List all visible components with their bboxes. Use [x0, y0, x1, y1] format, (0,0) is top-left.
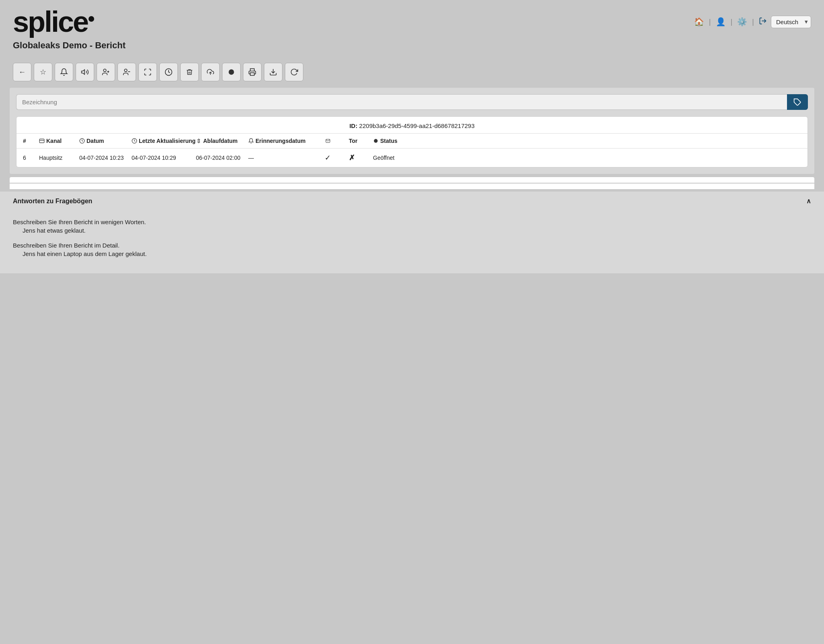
spacer-1: [0, 174, 824, 177]
col-header-num: #: [23, 138, 39, 144]
logo-dot: [89, 16, 94, 22]
back-button[interactable]: ←: [13, 63, 31, 81]
col-header-status-label: Status: [380, 138, 398, 144]
col-header-email: [325, 138, 349, 143]
questionnaire-section-header[interactable]: Antworten zu Fragebögen ∧: [0, 192, 824, 211]
svg-rect-13: [39, 139, 44, 142]
page-title: Globaleaks Demo - Bericht: [0, 40, 824, 58]
white-bar-bottom: [10, 184, 814, 189]
add-user-button[interactable]: [97, 63, 115, 81]
question-1: Beschreiben Sie Ihren Bericht in wenigen…: [13, 219, 811, 225]
col-header-status: Status: [373, 138, 409, 144]
print-button[interactable]: [243, 63, 262, 81]
cell-email: ✓: [325, 153, 349, 162]
cell-tor: ✗: [349, 153, 373, 162]
col-header-erinnerung: Erinnerungsdatum: [248, 138, 325, 144]
language-selector-wrapper: Deutsch English Français: [771, 16, 811, 28]
cell-status: Geöffnet: [373, 155, 409, 161]
record-button[interactable]: [222, 63, 241, 81]
nav-separator-2: |: [730, 18, 733, 26]
col-header-datum-label: Datum: [87, 138, 104, 144]
home-button[interactable]: 🏠: [692, 15, 706, 28]
col-header-kanal-label: Kanal: [46, 138, 62, 144]
bell-button[interactable]: [55, 63, 73, 81]
questionnaire-section-body: Beschreiben Sie Ihren Bericht in wenigen…: [0, 211, 824, 273]
cell-letzte: 04-07-2024 10:29: [132, 155, 196, 161]
svg-point-9: [229, 69, 234, 74]
col-header-letzte-label: Letzte Aktualisierung: [139, 138, 196, 144]
cell-datum: 04-07-2024 10:23: [79, 155, 132, 161]
col-header-tor: Tor: [349, 138, 373, 144]
cell-erinnerung: —: [248, 155, 325, 161]
table-row: 6 Hauptsitz 04-07-2024 10:23 04-07-2024 …: [16, 149, 808, 167]
nav-separator-1: |: [708, 18, 712, 26]
nav-icons: 🏠 | 👤 | ⚙️ | Deutsch English Français: [692, 15, 811, 29]
transfer-button[interactable]: [138, 63, 157, 81]
questionnaire-title: Antworten zu Fragebögen: [13, 198, 92, 205]
delete-button[interactable]: [180, 63, 199, 81]
answer-1: Jens hat etwas geklaut.: [13, 227, 811, 234]
col-header-kanal: Kanal: [39, 138, 79, 144]
col-header-ablauf: Ablaufdatum: [196, 138, 248, 144]
collapse-icon: ∧: [806, 197, 811, 205]
col-header-erinnerung-label: Erinnerungsdatum: [255, 138, 305, 144]
language-select[interactable]: Deutsch English Français: [771, 16, 811, 28]
question-2: Beschreiben Sie Ihren Bericht im Detail.: [13, 242, 811, 249]
table-header: # Kanal Datum Letzte Aktualisierung Abla…: [16, 134, 808, 149]
svg-marker-1: [82, 70, 85, 74]
header: splice 🏠 | 👤 | ⚙️ | Deutsch English Fran…: [0, 0, 824, 40]
report-id-row: ID: 2209b3a6-29d5-4599-aa21-d68678217293: [16, 117, 808, 134]
tag-button[interactable]: [787, 94, 808, 110]
svg-point-18: [374, 139, 377, 142]
logo: splice: [13, 7, 94, 36]
cell-num: 6: [23, 155, 39, 161]
svg-rect-10: [250, 73, 254, 76]
settings-button[interactable]: ⚙️: [735, 15, 749, 28]
volume-button[interactable]: [76, 63, 94, 81]
designation-input[interactable]: [16, 94, 787, 110]
id-value: 2209b3a6-29d5-4599-aa21-d68678217293: [359, 122, 475, 129]
cell-ablauf: 06-07-2024 02:00: [196, 155, 248, 161]
label-row: [16, 94, 808, 110]
cloud-upload-button[interactable]: [201, 63, 220, 81]
content-area: ID: 2209b3a6-29d5-4599-aa21-d68678217293…: [10, 88, 814, 174]
nav-separator-3: |: [751, 18, 755, 26]
star-button[interactable]: ☆: [34, 63, 52, 81]
history-button[interactable]: [159, 63, 178, 81]
user-profile-button[interactable]: 👤: [714, 15, 727, 28]
remove-user-button[interactable]: [117, 63, 136, 81]
qa-block-2: Beschreiben Sie Ihren Bericht im Detail.…: [13, 242, 811, 257]
download-button[interactable]: [264, 63, 282, 81]
refresh-button[interactable]: [285, 63, 303, 81]
id-label: ID:: [349, 122, 357, 129]
report-table-section: ID: 2209b3a6-29d5-4599-aa21-d68678217293…: [16, 116, 808, 167]
col-header-datum: Datum: [79, 138, 132, 144]
svg-point-2: [103, 69, 106, 72]
col-header-letzte: Letzte Aktualisierung: [132, 138, 196, 144]
white-bar-top: [10, 177, 814, 183]
answer-2: Jens hat einen Laptop aus dem Lager gekl…: [13, 250, 811, 257]
cell-kanal: Hauptsitz: [39, 155, 79, 161]
qa-block-1: Beschreiben Sie Ihren Bericht in wenigen…: [13, 219, 811, 234]
svg-point-5: [124, 69, 127, 72]
logout-button[interactable]: [757, 15, 768, 29]
toolbar: ← ☆: [0, 58, 824, 88]
col-header-ablauf-label: Ablaufdatum: [203, 138, 238, 144]
